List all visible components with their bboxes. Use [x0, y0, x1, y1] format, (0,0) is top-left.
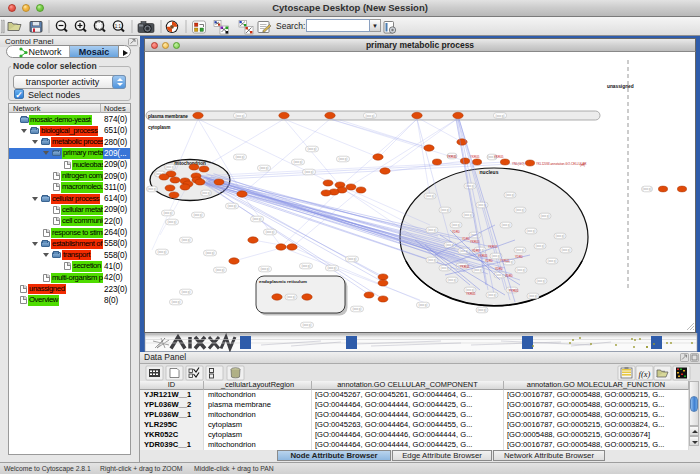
svg-text:YKR05: YKR05	[460, 265, 470, 269]
svg-text:(xxx g): (xxx g)	[562, 248, 571, 252]
svg-text:(xxx g): (xxx g)	[305, 170, 314, 174]
svg-text:(xxx g): (xxx g)	[348, 257, 357, 261]
svg-text:(xxx g): (xxx g)	[158, 250, 167, 254]
svg-text:(xxx g): (xxx g)	[287, 295, 296, 299]
svg-text:(xxx g): (xxx g)	[643, 187, 652, 191]
svg-text:(xxx g): (xxx g)	[302, 264, 311, 268]
svg-text:YKR05: YKR05	[509, 289, 519, 293]
svg-text:(xxx g): (xxx g)	[148, 187, 157, 191]
svg-text:(xxx g): (xxx g)	[266, 230, 275, 234]
svg-text:YKL120W-annotation.GO-CELLULAR: YKL120W-annotation.GO-CELLULAR	[536, 162, 587, 166]
svg-text:(xxx g): (xxx g)	[516, 248, 525, 252]
svg-text:(xxx g): (xxx g)	[466, 184, 475, 188]
svg-text:(xxx g): (xxx g)	[236, 114, 245, 118]
svg-text:(xxx g): (xxx g)	[182, 238, 191, 242]
svg-text:YNL(GO): YNL(GO)	[512, 162, 525, 166]
svg-text:(xxx g): (xxx g)	[428, 258, 437, 262]
svg-text:(xxx g): (xxx g)	[168, 220, 177, 224]
svg-text:(xxx g): (xxx g)	[253, 217, 262, 221]
svg-text:(xxx g): (xxx g)	[236, 155, 245, 159]
svg-text:YKR05: YKR05	[494, 155, 504, 159]
svg-text:(xxx g): (xxx g)	[228, 204, 237, 208]
svg-text:YKR05: YKR05	[466, 292, 476, 296]
svg-text:(xxx g): (xxx g)	[366, 114, 375, 118]
svg-text:(xxx g): (xxx g)	[516, 208, 525, 212]
svg-text:(xxx g): (xxx g)	[517, 268, 526, 272]
svg-text:(xxx g): (xxx g)	[261, 267, 270, 271]
svg-text:(xxx g): (xxx g)	[446, 243, 455, 247]
svg-text:(xxx g): (xxx g)	[536, 244, 545, 248]
svg-text:(xxx g): (xxx g)	[448, 278, 457, 282]
svg-text:(xxx g): (xxx g)	[166, 165, 175, 169]
svg-text:(xxx g): (xxx g)	[182, 290, 191, 294]
svg-text:(xxx g): (xxx g)	[260, 166, 269, 170]
svg-text:YKR05: YKR05	[447, 155, 457, 159]
svg-text:(xxx g): (xxx g)	[492, 254, 501, 258]
svg-text:(xxx g): (xxx g)	[353, 307, 362, 311]
svg-text:(xxx g): (xxx g)	[537, 279, 546, 283]
svg-text:(xxx g): (xxx g)	[339, 157, 348, 161]
svg-text:cytoplasm: cytoplasm	[148, 125, 170, 130]
svg-text:(xxx g): (xxx g)	[419, 303, 428, 307]
svg-text:YDR0: YDR0	[452, 230, 460, 234]
svg-text:(xxx g): (xxx g)	[478, 308, 487, 312]
svg-text:(xxx g): (xxx g)	[428, 228, 437, 232]
svg-text:YKR05: YKR05	[478, 254, 488, 258]
svg-text:(xxx g): (xxx g)	[488, 293, 497, 297]
svg-text:(xxx g): (xxx g)	[529, 294, 538, 298]
svg-text:(xxx g): (xxx g)	[216, 268, 225, 272]
svg-text:(xxx g): (xxx g)	[206, 251, 215, 255]
svg-text:f(x): f(x)	[639, 369, 651, 379]
svg-text:(xxx g): (xxx g)	[194, 213, 203, 217]
svg-text:YDR0: YDR0	[515, 255, 523, 259]
svg-text:(xxx g): (xxx g)	[464, 213, 473, 217]
svg-text:(xxx g): (xxx g)	[294, 160, 303, 164]
svg-text:(xxx g): (xxx g)	[502, 223, 511, 227]
svg-text:(xxx g): (xxx g)	[308, 147, 317, 151]
svg-text:(xxx g): (xxx g)	[303, 323, 312, 327]
svg-text:(xxx g): (xxx g)	[452, 223, 461, 227]
svg-text:(xxx g): (xxx g)	[527, 229, 536, 233]
svg-text:YDR0: YDR0	[505, 274, 513, 278]
svg-text:(xxx g): (xxx g)	[426, 194, 435, 198]
svg-text:(xxx g): (xxx g)	[164, 211, 173, 215]
svg-text:plasma membrane: plasma membrane	[148, 114, 188, 119]
svg-text:(xxx g): (xxx g)	[496, 114, 505, 118]
svg-text:(xxx g): (xxx g)	[441, 208, 450, 212]
svg-text:endoplasmic reticulum: endoplasmic reticulum	[259, 279, 307, 284]
svg-text:(xxx g): (xxx g)	[541, 214, 550, 218]
svg-text:nucleus: nucleus	[480, 169, 499, 175]
svg-text:YDR0: YDR0	[495, 267, 503, 271]
svg-text:(xxx g): (xxx g)	[202, 191, 211, 195]
svg-text:YDR0: YDR0	[472, 249, 480, 253]
svg-text:unassigned: unassigned	[607, 84, 634, 89]
svg-text:YDR0: YDR0	[485, 259, 493, 263]
svg-text:(xxx g): (xxx g)	[474, 268, 483, 272]
svg-text:YDR0: YDR0	[462, 237, 470, 241]
svg-text:1:1: 1:1	[115, 24, 122, 29]
svg-text:(xxx g): (xxx g)	[172, 300, 181, 304]
svg-text:(xxx g): (xxx g)	[506, 193, 515, 197]
svg-text:(xxx g): (xxx g)	[328, 266, 337, 270]
svg-text:(xxx g): (xxx g)	[548, 259, 557, 263]
svg-text:YKR05: YKR05	[470, 155, 480, 159]
svg-text:(xxx g): (xxx g)	[556, 234, 565, 238]
